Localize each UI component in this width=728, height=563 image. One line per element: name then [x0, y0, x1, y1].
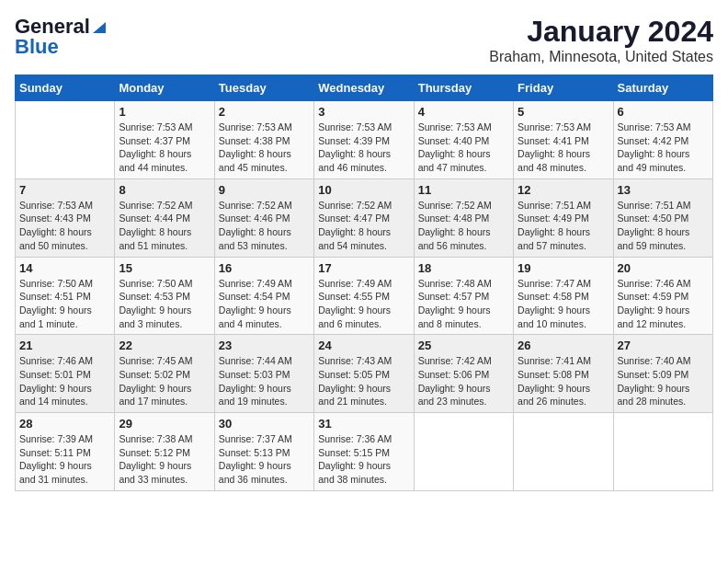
day-info: Sunrise: 7:41 AMSunset: 5:08 PMDaylight:…: [518, 354, 609, 408]
calendar-week-row: 14Sunrise: 7:50 AMSunset: 4:51 PMDayligh…: [16, 257, 713, 335]
calendar-cell: 6Sunrise: 7:53 AMSunset: 4:42 PMDaylight…: [613, 101, 712, 179]
day-number: 31: [318, 417, 409, 431]
calendar-cell: 30Sunrise: 7:37 AMSunset: 5:13 PMDayligh…: [214, 413, 313, 491]
day-number: 4: [418, 105, 509, 119]
day-number: 15: [119, 261, 210, 275]
day-info: Sunrise: 7:53 AMSunset: 4:38 PMDaylight:…: [219, 121, 310, 175]
day-info: Sunrise: 7:52 AMSunset: 4:46 PMDaylight:…: [219, 199, 310, 253]
day-number: 5: [518, 105, 609, 119]
calendar-cell: 24Sunrise: 7:43 AMSunset: 5:05 PMDayligh…: [314, 335, 414, 413]
calendar-cell: 27Sunrise: 7:40 AMSunset: 5:09 PMDayligh…: [613, 335, 712, 413]
calendar-cell: 20Sunrise: 7:46 AMSunset: 4:59 PMDayligh…: [613, 257, 712, 335]
calendar-cell: 19Sunrise: 7:47 AMSunset: 4:58 PMDayligh…: [514, 257, 613, 335]
calendar-cell: 3Sunrise: 7:53 AMSunset: 4:39 PMDaylight…: [314, 101, 414, 179]
calendar-cell: 2Sunrise: 7:53 AMSunset: 4:38 PMDaylight…: [214, 101, 313, 179]
calendar-cell: 11Sunrise: 7:52 AMSunset: 4:48 PMDayligh…: [414, 178, 513, 257]
calendar-cell: 22Sunrise: 7:45 AMSunset: 5:02 PMDayligh…: [115, 335, 214, 413]
day-number: 7: [19, 183, 110, 197]
day-info: Sunrise: 7:50 AMSunset: 4:51 PMDaylight:…: [19, 277, 110, 331]
day-info: Sunrise: 7:38 AMSunset: 5:12 PMDaylight:…: [119, 432, 210, 487]
day-number: 23: [219, 339, 310, 352]
day-number: 3: [318, 105, 409, 119]
page-subtitle: Braham, Minnesota, United States: [489, 49, 713, 65]
day-number: 12: [518, 183, 609, 197]
logo-blue: Blue: [15, 35, 59, 59]
calendar-cell: 21Sunrise: 7:46 AMSunset: 5:01 PMDayligh…: [16, 335, 115, 413]
day-number: 14: [19, 261, 110, 275]
day-info: Sunrise: 7:53 AMSunset: 4:41 PMDaylight:…: [518, 121, 609, 175]
weekday-header-sunday: Sunday: [16, 75, 115, 101]
title-block: January 2024 Braham, Minnesota, United S…: [489, 15, 713, 65]
calendar-cell: 18Sunrise: 7:48 AMSunset: 4:57 PMDayligh…: [414, 257, 513, 335]
day-info: Sunrise: 7:50 AMSunset: 4:53 PMDaylight:…: [119, 277, 210, 331]
day-info: Sunrise: 7:36 AMSunset: 5:15 PMDaylight:…: [318, 432, 409, 487]
day-info: Sunrise: 7:53 AMSunset: 4:40 PMDaylight:…: [418, 121, 509, 175]
day-info: Sunrise: 7:51 AMSunset: 4:49 PMDaylight:…: [518, 199, 609, 253]
day-info: Sunrise: 7:44 AMSunset: 5:03 PMDaylight:…: [219, 354, 310, 408]
day-number: 9: [219, 183, 310, 197]
calendar-week-row: 28Sunrise: 7:39 AMSunset: 5:11 PMDayligh…: [16, 413, 713, 491]
weekday-header-saturday: Saturday: [613, 75, 712, 101]
day-info: Sunrise: 7:37 AMSunset: 5:13 PMDaylight:…: [219, 432, 310, 487]
calendar-cell: 12Sunrise: 7:51 AMSunset: 4:49 PMDayligh…: [514, 178, 613, 257]
day-number: 17: [318, 261, 409, 275]
svg-marker-0: [93, 22, 106, 33]
page-title: January 2024: [489, 15, 713, 49]
logo-arrow-icon: [91, 18, 108, 35]
calendar-cell: 15Sunrise: 7:50 AMSunset: 4:53 PMDayligh…: [115, 257, 214, 335]
day-info: Sunrise: 7:40 AMSunset: 5:09 PMDaylight:…: [618, 354, 709, 408]
calendar-cell: 4Sunrise: 7:53 AMSunset: 4:40 PMDaylight…: [414, 101, 513, 179]
day-info: Sunrise: 7:42 AMSunset: 5:06 PMDaylight:…: [418, 354, 509, 408]
calendar-cell: 1Sunrise: 7:53 AMSunset: 4:37 PMDaylight…: [115, 101, 214, 179]
day-number: 30: [219, 417, 310, 431]
day-number: 8: [119, 183, 210, 197]
day-info: Sunrise: 7:46 AMSunset: 4:59 PMDaylight:…: [618, 277, 709, 331]
day-number: 25: [418, 339, 509, 352]
day-info: Sunrise: 7:47 AMSunset: 4:58 PMDaylight:…: [518, 277, 609, 331]
calendar-cell: 14Sunrise: 7:50 AMSunset: 4:51 PMDayligh…: [16, 257, 115, 335]
calendar-body: 1Sunrise: 7:53 AMSunset: 4:37 PMDaylight…: [16, 101, 713, 491]
day-number: 28: [19, 417, 110, 431]
calendar-cell: 23Sunrise: 7:44 AMSunset: 5:03 PMDayligh…: [214, 335, 313, 413]
day-info: Sunrise: 7:52 AMSunset: 4:47 PMDaylight:…: [318, 199, 409, 253]
day-number: 18: [418, 261, 509, 275]
calendar-header-row: SundayMondayTuesdayWednesdayThursdayFrid…: [16, 75, 713, 101]
calendar-cell: [613, 413, 712, 491]
day-number: 6: [618, 105, 709, 119]
day-number: 24: [318, 339, 409, 352]
day-number: 19: [518, 261, 609, 275]
day-number: 29: [119, 417, 210, 431]
weekday-header-wednesday: Wednesday: [314, 75, 414, 101]
day-info: Sunrise: 7:53 AMSunset: 4:43 PMDaylight:…: [19, 199, 110, 253]
calendar-week-row: 1Sunrise: 7:53 AMSunset: 4:37 PMDaylight…: [16, 101, 713, 179]
weekday-header-friday: Friday: [514, 75, 613, 101]
day-number: 13: [618, 183, 709, 197]
day-info: Sunrise: 7:52 AMSunset: 4:48 PMDaylight:…: [418, 199, 509, 253]
calendar-cell: [16, 101, 115, 179]
day-info: Sunrise: 7:53 AMSunset: 4:37 PMDaylight:…: [119, 121, 210, 175]
day-info: Sunrise: 7:51 AMSunset: 4:50 PMDaylight:…: [618, 199, 709, 253]
page-header: General Blue January 2024 Braham, Minnes…: [15, 15, 713, 65]
calendar-cell: 10Sunrise: 7:52 AMSunset: 4:47 PMDayligh…: [314, 178, 414, 257]
weekday-header-tuesday: Tuesday: [214, 75, 313, 101]
calendar-cell: 8Sunrise: 7:52 AMSunset: 4:44 PMDaylight…: [115, 178, 214, 257]
logo: General Blue: [15, 15, 108, 59]
day-number: 20: [618, 261, 709, 275]
calendar-cell: 17Sunrise: 7:49 AMSunset: 4:55 PMDayligh…: [314, 257, 414, 335]
weekday-header-thursday: Thursday: [414, 75, 513, 101]
day-number: 16: [219, 261, 310, 275]
calendar-cell: [514, 413, 613, 491]
day-info: Sunrise: 7:39 AMSunset: 5:11 PMDaylight:…: [19, 432, 110, 487]
calendar-cell: 31Sunrise: 7:36 AMSunset: 5:15 PMDayligh…: [314, 413, 414, 491]
calendar-cell: 13Sunrise: 7:51 AMSunset: 4:50 PMDayligh…: [613, 178, 712, 257]
day-number: 11: [418, 183, 509, 197]
calendar-week-row: 21Sunrise: 7:46 AMSunset: 5:01 PMDayligh…: [16, 335, 713, 413]
calendar-cell: 9Sunrise: 7:52 AMSunset: 4:46 PMDaylight…: [214, 178, 313, 257]
day-info: Sunrise: 7:53 AMSunset: 4:39 PMDaylight:…: [318, 121, 409, 175]
day-info: Sunrise: 7:52 AMSunset: 4:44 PMDaylight:…: [119, 199, 210, 253]
day-info: Sunrise: 7:48 AMSunset: 4:57 PMDaylight:…: [418, 277, 509, 331]
day-info: Sunrise: 7:49 AMSunset: 4:54 PMDaylight:…: [219, 277, 310, 331]
weekday-header-monday: Monday: [115, 75, 214, 101]
calendar-cell: 26Sunrise: 7:41 AMSunset: 5:08 PMDayligh…: [514, 335, 613, 413]
day-number: 21: [19, 339, 110, 352]
